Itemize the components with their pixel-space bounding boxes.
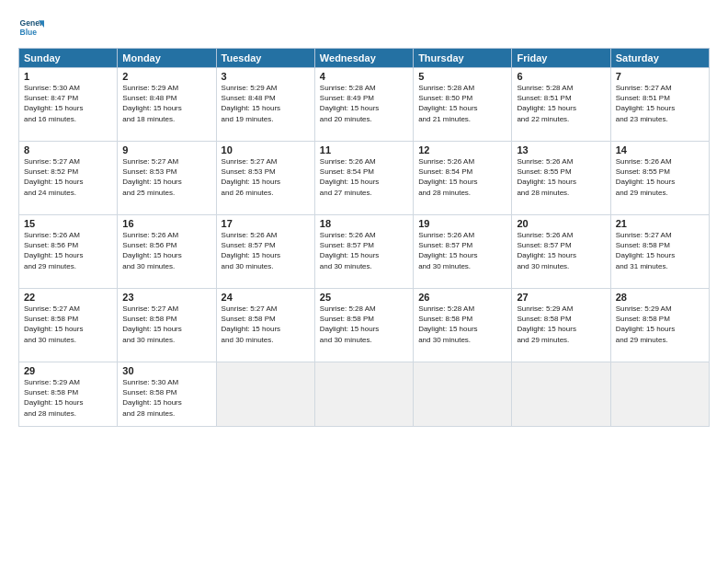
calendar-cell: 19Sunrise: 5:26 AM Sunset: 8:57 PM Dayli…: [414, 215, 512, 289]
day-number: 15: [24, 218, 112, 229]
day-info: Sunrise: 5:28 AM Sunset: 8:50 PM Dayligh…: [418, 83, 506, 124]
day-info: Sunrise: 5:27 AM Sunset: 8:52 PM Dayligh…: [24, 156, 112, 198]
day-number: 12: [418, 144, 506, 155]
calendar-cell: 1Sunrise: 5:30 AM Sunset: 8:47 PM Daylig…: [19, 68, 118, 142]
day-info: Sunrise: 5:29 AM Sunset: 8:48 PM Dayligh…: [222, 83, 310, 124]
calendar-cell: 13Sunrise: 5:26 AM Sunset: 8:55 PM Dayli…: [512, 142, 610, 215]
day-info: Sunrise: 5:28 AM Sunset: 8:51 PM Dayligh…: [517, 83, 605, 124]
calendar-cell: 3Sunrise: 5:29 AM Sunset: 8:48 PM Daylig…: [216, 68, 314, 142]
day-number: 20: [517, 218, 605, 229]
day-info: Sunrise: 5:27 AM Sunset: 8:53 PM Dayligh…: [222, 156, 310, 198]
calendar-cell: 10Sunrise: 5:27 AM Sunset: 8:53 PM Dayli…: [216, 142, 314, 215]
day-info: Sunrise: 5:26 AM Sunset: 8:56 PM Dayligh…: [24, 230, 112, 271]
day-number: 4: [320, 71, 408, 82]
calendar-cell: 7Sunrise: 5:27 AM Sunset: 8:51 PM Daylig…: [610, 68, 709, 142]
calendar-cell: 6Sunrise: 5:28 AM Sunset: 8:51 PM Daylig…: [512, 68, 610, 142]
day-info: Sunrise: 5:26 AM Sunset: 8:57 PM Dayligh…: [418, 230, 506, 271]
calendar-cell: 22Sunrise: 5:27 AM Sunset: 8:58 PM Dayli…: [19, 289, 118, 362]
day-info: Sunrise: 5:26 AM Sunset: 8:57 PM Dayligh…: [517, 230, 605, 271]
week-row-5: 29Sunrise: 5:29 AM Sunset: 8:58 PM Dayli…: [19, 362, 710, 427]
calendar-cell: 24Sunrise: 5:27 AM Sunset: 8:58 PM Dayli…: [216, 289, 314, 362]
calendar-cell: 15Sunrise: 5:26 AM Sunset: 8:56 PM Dayli…: [19, 215, 118, 289]
calendar-cell: 11Sunrise: 5:26 AM Sunset: 8:54 PM Dayli…: [314, 142, 413, 215]
day-info: Sunrise: 5:30 AM Sunset: 8:58 PM Dayligh…: [122, 377, 210, 419]
day-number: 30: [122, 365, 210, 376]
calendar-cell: [610, 362, 709, 427]
day-number: 27: [517, 292, 605, 303]
day-info: Sunrise: 5:29 AM Sunset: 8:48 PM Dayligh…: [122, 83, 210, 124]
day-info: Sunrise: 5:29 AM Sunset: 8:58 PM Dayligh…: [24, 377, 112, 419]
calendar-cell: 29Sunrise: 5:29 AM Sunset: 8:58 PM Dayli…: [19, 362, 118, 427]
day-info: Sunrise: 5:27 AM Sunset: 8:58 PM Dayligh…: [616, 230, 704, 271]
week-row-1: 1Sunrise: 5:30 AM Sunset: 8:47 PM Daylig…: [19, 68, 710, 142]
day-number: 6: [517, 71, 605, 82]
day-number: 22: [24, 292, 112, 303]
day-number: 2: [122, 71, 210, 82]
day-number: 18: [320, 218, 408, 229]
day-number: 25: [320, 292, 408, 303]
day-number: 8: [24, 144, 112, 155]
weekday-header-saturday: Saturday: [610, 49, 709, 68]
calendar-cell: 21Sunrise: 5:27 AM Sunset: 8:58 PM Dayli…: [610, 215, 709, 289]
calendar-cell: 27Sunrise: 5:29 AM Sunset: 8:58 PM Dayli…: [512, 289, 610, 362]
day-number: 24: [222, 292, 310, 303]
weekday-header-thursday: Thursday: [414, 49, 512, 68]
calendar-cell: 14Sunrise: 5:26 AM Sunset: 8:55 PM Dayli…: [610, 142, 709, 215]
day-info: Sunrise: 5:28 AM Sunset: 8:49 PM Dayligh…: [320, 83, 408, 124]
day-number: 21: [616, 218, 704, 229]
calendar-cell: 28Sunrise: 5:29 AM Sunset: 8:58 PM Dayli…: [610, 289, 709, 362]
day-info: Sunrise: 5:26 AM Sunset: 8:54 PM Dayligh…: [320, 156, 408, 198]
day-number: 1: [24, 71, 112, 82]
day-info: Sunrise: 5:26 AM Sunset: 8:55 PM Dayligh…: [616, 156, 704, 198]
weekday-header-row: SundayMondayTuesdayWednesdayThursdayFrid…: [19, 49, 710, 68]
day-number: 5: [418, 71, 506, 82]
calendar-cell: 25Sunrise: 5:28 AM Sunset: 8:58 PM Dayli…: [314, 289, 413, 362]
day-info: Sunrise: 5:26 AM Sunset: 8:57 PM Dayligh…: [222, 230, 310, 271]
day-number: 3: [222, 71, 310, 82]
week-row-4: 22Sunrise: 5:27 AM Sunset: 8:58 PM Dayli…: [19, 289, 710, 362]
day-number: 10: [222, 144, 310, 155]
calendar-cell: 17Sunrise: 5:26 AM Sunset: 8:57 PM Dayli…: [216, 215, 314, 289]
weekday-header-wednesday: Wednesday: [314, 49, 413, 68]
svg-text:Blue: Blue: [20, 28, 38, 37]
weekday-header-sunday: Sunday: [19, 49, 118, 68]
day-info: Sunrise: 5:27 AM Sunset: 8:58 PM Dayligh…: [222, 304, 310, 345]
day-number: 13: [517, 144, 605, 155]
calendar-cell: 4Sunrise: 5:28 AM Sunset: 8:49 PM Daylig…: [314, 68, 413, 142]
calendar-cell: 2Sunrise: 5:29 AM Sunset: 8:48 PM Daylig…: [118, 68, 216, 142]
day-info: Sunrise: 5:29 AM Sunset: 8:58 PM Dayligh…: [616, 304, 704, 345]
day-info: Sunrise: 5:26 AM Sunset: 8:56 PM Dayligh…: [122, 230, 210, 271]
day-number: 17: [222, 218, 310, 229]
calendar-cell: 16Sunrise: 5:26 AM Sunset: 8:56 PM Dayli…: [118, 215, 216, 289]
day-number: 23: [122, 292, 210, 303]
calendar-cell: 20Sunrise: 5:26 AM Sunset: 8:57 PM Dayli…: [512, 215, 610, 289]
day-number: 16: [122, 218, 210, 229]
logo-icon: General Blue: [18, 15, 44, 40]
week-row-2: 8Sunrise: 5:27 AM Sunset: 8:52 PM Daylig…: [19, 142, 710, 215]
day-info: Sunrise: 5:26 AM Sunset: 8:57 PM Dayligh…: [320, 230, 408, 271]
week-row-3: 15Sunrise: 5:26 AM Sunset: 8:56 PM Dayli…: [19, 215, 710, 289]
day-number: 7: [616, 71, 704, 82]
day-number: 28: [616, 292, 704, 303]
calendar-cell: [512, 362, 610, 427]
day-info: Sunrise: 5:27 AM Sunset: 8:58 PM Dayligh…: [24, 304, 112, 345]
calendar-cell: 26Sunrise: 5:28 AM Sunset: 8:58 PM Dayli…: [414, 289, 512, 362]
calendar-cell: 5Sunrise: 5:28 AM Sunset: 8:50 PM Daylig…: [414, 68, 512, 142]
day-number: 9: [122, 144, 210, 155]
day-number: 29: [24, 365, 112, 376]
calendar-cell: 8Sunrise: 5:27 AM Sunset: 8:52 PM Daylig…: [19, 142, 118, 215]
logo: General Blue: [18, 15, 48, 40]
calendar-cell: 23Sunrise: 5:27 AM Sunset: 8:58 PM Dayli…: [118, 289, 216, 362]
calendar-cell: 12Sunrise: 5:26 AM Sunset: 8:54 PM Dayli…: [414, 142, 512, 215]
header: General Blue: [18, 15, 710, 40]
weekday-header-monday: Monday: [118, 49, 216, 68]
day-number: 14: [616, 144, 704, 155]
calendar-cell: 30Sunrise: 5:30 AM Sunset: 8:58 PM Dayli…: [118, 362, 216, 427]
weekday-header-tuesday: Tuesday: [216, 49, 314, 68]
page: General Blue SundayMondayTuesdayWednesda…: [0, 0, 728, 563]
calendar-table: SundayMondayTuesdayWednesdayThursdayFrid…: [18, 48, 710, 427]
day-info: Sunrise: 5:27 AM Sunset: 8:51 PM Dayligh…: [616, 83, 704, 124]
svg-text:General: General: [20, 18, 44, 28]
day-info: Sunrise: 5:27 AM Sunset: 8:53 PM Dayligh…: [122, 156, 210, 198]
day-info: Sunrise: 5:28 AM Sunset: 8:58 PM Dayligh…: [320, 304, 408, 345]
